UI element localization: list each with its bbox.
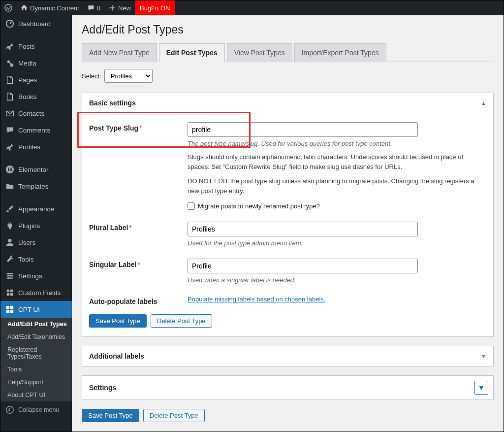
sidebar-item-label: Comments bbox=[18, 127, 50, 134]
sidebar-item-pages[interactable]: Pages bbox=[0, 71, 72, 88]
submenu-item-add-edit-post-types[interactable]: Add/Edit Post Types bbox=[0, 318, 72, 331]
post-type-select[interactable]: Profiles bbox=[104, 69, 153, 83]
singular-input[interactable] bbox=[188, 259, 418, 273]
sidebar-item-cpt-ui[interactable]: CPT UI bbox=[0, 301, 72, 318]
slug-desc: The post type name/slug. Used for variou… bbox=[188, 140, 486, 147]
tab-import-export[interactable]: Import/Export Post Types bbox=[294, 43, 386, 62]
sidebar-item-elementor[interactable]: Elementor bbox=[0, 161, 72, 178]
plus-icon bbox=[108, 4, 116, 12]
submenu-item-registered-types[interactable]: Registered Types/Taxes bbox=[0, 343, 72, 363]
svg-point-10 bbox=[8, 239, 11, 242]
sidebar-item-label: Books bbox=[18, 93, 37, 100]
cpt-icon bbox=[5, 305, 14, 314]
mail-icon bbox=[5, 109, 14, 118]
svg-rect-8 bbox=[10, 169, 12, 170]
sidebar-item-tools[interactable]: Tools bbox=[0, 251, 72, 267]
sidebar-item-media[interactable]: Media bbox=[0, 55, 72, 71]
sidebar-item-templates[interactable]: Templates bbox=[0, 178, 72, 195]
media-icon bbox=[5, 59, 14, 67]
save-button-bottom[interactable]: Save Post Type bbox=[82, 409, 139, 422]
sidebar-item-label: Media bbox=[18, 60, 36, 67]
admin-sidebar: Dashboard Posts Media Pages Books Contac… bbox=[0, 15, 72, 432]
tabs: Add New Post Type Edit Post Types View P… bbox=[82, 43, 494, 62]
caret-up-icon: ▲ bbox=[481, 100, 486, 106]
new-link[interactable]: New bbox=[104, 0, 135, 15]
submenu-item-help-support[interactable]: Help/Support bbox=[0, 376, 72, 389]
sidebar-submenu: Add/Edit Post Types Add/Edit Taxonomies … bbox=[0, 318, 72, 401]
sidebar-item-label: Pages bbox=[18, 76, 37, 84]
new-label: New bbox=[118, 4, 131, 12]
button-row-bottom: Save Post Type Delete Post Type bbox=[82, 409, 494, 422]
tab-view[interactable]: View Post Types bbox=[227, 43, 292, 62]
svg-point-11 bbox=[8, 273, 10, 275]
save-button-basic[interactable]: Save Post Type bbox=[89, 314, 147, 328]
panel-title: Settings bbox=[89, 384, 116, 392]
sidebar-item-custom-fields[interactable]: Custom Fields bbox=[0, 284, 72, 301]
comment-icon bbox=[87, 4, 95, 12]
submenu-item-tools[interactable]: Tools bbox=[0, 363, 72, 376]
panel-additional-labels: Additional labels ▼ bbox=[82, 346, 494, 366]
site-name: Dynamic Content bbox=[30, 4, 79, 12]
migrate-checkbox[interactable] bbox=[188, 202, 195, 210]
grid-icon bbox=[5, 288, 14, 297]
svg-rect-7 bbox=[10, 167, 12, 168]
collapse-menu[interactable]: Collapse menu bbox=[0, 401, 72, 418]
sidebar-item-settings[interactable]: Settings bbox=[0, 267, 72, 284]
collapse-icon bbox=[5, 405, 14, 414]
svg-rect-14 bbox=[7, 290, 9, 292]
sidebar-item-books[interactable]: Books bbox=[0, 88, 72, 105]
sidebar-item-appearance[interactable]: Appearance bbox=[0, 200, 72, 217]
tab-add-new[interactable]: Add New Post Type bbox=[82, 43, 157, 62]
sidebar-item-label: Posts bbox=[18, 43, 35, 50]
dashboard-icon bbox=[5, 19, 14, 28]
migrate-label: Migrate posts to newly renamed post type… bbox=[198, 202, 320, 210]
comments-link[interactable]: 0 bbox=[83, 0, 104, 15]
sidebar-item-comments[interactable]: Comments bbox=[0, 122, 72, 138]
row-slug: Post Type Slug* The post type name/slug.… bbox=[89, 122, 486, 210]
sidebar-item-label: Tools bbox=[18, 256, 34, 263]
main-content: Add/Edit Post Types Add New Post Type Ed… bbox=[72, 15, 504, 432]
panel-head-basic[interactable]: Basic settings ▲ bbox=[82, 93, 493, 113]
brush-icon bbox=[5, 204, 14, 213]
submenu-item-about[interactable]: About CPT UI bbox=[0, 389, 72, 401]
svg-rect-18 bbox=[6, 306, 9, 309]
svg-rect-6 bbox=[8, 167, 9, 171]
delete-button-bottom[interactable]: Delete Post Type bbox=[143, 409, 205, 422]
panel-title: Basic settings bbox=[89, 99, 136, 107]
sidebar-item-profiles[interactable]: Profiles bbox=[0, 138, 72, 155]
site-link[interactable]: Dynamic Content bbox=[16, 0, 83, 15]
elementor-icon bbox=[5, 165, 14, 174]
autopop-label: Auto-populate labels bbox=[89, 298, 157, 305]
button-row-basic: Save Post Type Delete Post Type bbox=[89, 314, 486, 328]
collapse-label: Collapse menu bbox=[18, 406, 59, 413]
submenu-item-add-edit-taxonomies[interactable]: Add/Edit Taxonomies bbox=[0, 331, 72, 343]
sidebar-item-label: Contacts bbox=[18, 110, 44, 117]
required-mark: * bbox=[129, 224, 131, 232]
row-autopop: Auto-populate labels Populate missing la… bbox=[89, 296, 486, 305]
sidebar-item-posts[interactable]: Posts bbox=[0, 38, 72, 55]
sidebar-item-plugins[interactable]: Plugins bbox=[0, 217, 72, 234]
row-plural: Plural Label* Used for the post type adm… bbox=[89, 222, 486, 247]
sidebar-item-users[interactable]: Users bbox=[0, 234, 72, 251]
panel-head-settings[interactable]: Settings ▼ bbox=[82, 376, 493, 399]
pin-icon bbox=[5, 42, 14, 51]
folder-icon bbox=[5, 182, 14, 191]
svg-point-22 bbox=[6, 406, 13, 413]
plural-label: Plural Label bbox=[89, 224, 128, 232]
page-icon bbox=[5, 92, 14, 101]
bugfu-indicator[interactable]: BugFu ON bbox=[135, 0, 175, 15]
tab-edit[interactable]: Edit Post Types bbox=[159, 43, 225, 62]
autopop-link[interactable]: Populate missing labels based on chosen … bbox=[188, 296, 325, 303]
delete-button-basic[interactable]: Delete Post Type bbox=[151, 314, 212, 328]
sidebar-item-contacts[interactable]: Contacts bbox=[0, 105, 72, 122]
sidebar-item-label: CPT UI bbox=[18, 306, 40, 313]
row-singular: Singular Label* Used when a singular lab… bbox=[89, 259, 486, 284]
panel-head-additional[interactable]: Additional labels ▼ bbox=[82, 346, 493, 366]
plural-input[interactable] bbox=[188, 222, 418, 236]
wp-logo[interactable] bbox=[0, 0, 16, 15]
slug-input[interactable] bbox=[188, 122, 418, 137]
sidebar-item-label: Templates bbox=[18, 183, 49, 190]
svg-rect-9 bbox=[10, 170, 12, 171]
select-label: Select: bbox=[82, 72, 101, 80]
sidebar-item-dashboard[interactable]: Dashboard bbox=[0, 15, 72, 32]
